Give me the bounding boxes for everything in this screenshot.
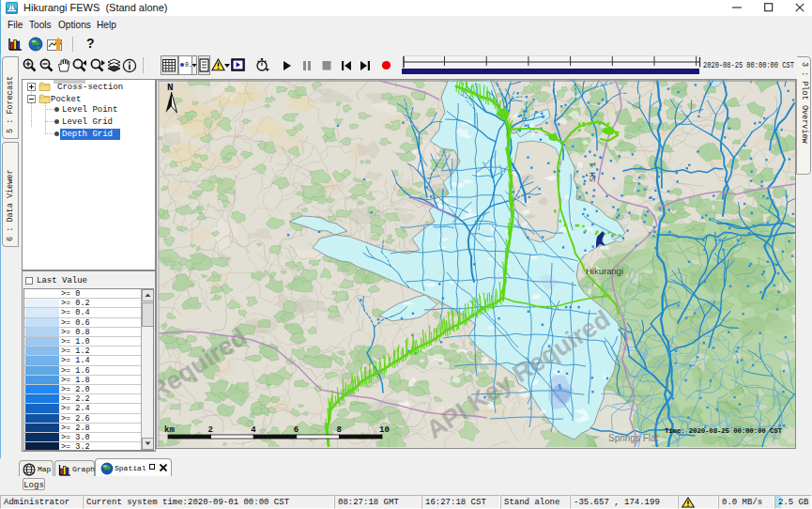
svg-text:Time: 2020-08-25 00:00:00 CST: Time: 2020-08-25 00:00:00 CST (665, 427, 782, 435)
svg-text:Hikurangi: Hikurangi (586, 266, 623, 276)
svg-text:6: 6 (294, 425, 299, 435)
svg-text:2: 2 (208, 425, 213, 435)
svg-text:SH 1: SH 1 (589, 162, 598, 182)
svg-text:km: km (164, 425, 175, 435)
svg-text:10: 10 (379, 425, 390, 435)
svg-text:Springs Flat: Springs Flat (608, 433, 659, 443)
svg-text:8: 8 (336, 425, 341, 435)
svg-text:4: 4 (251, 425, 256, 435)
svg-text:N: N (167, 82, 174, 93)
